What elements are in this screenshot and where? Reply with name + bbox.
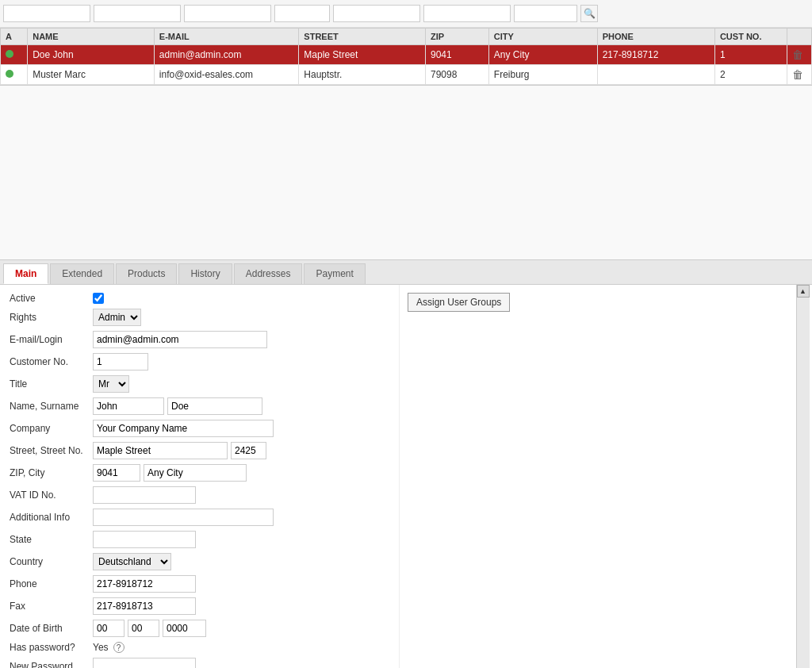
phone-row: Phone — [10, 575, 389, 593]
form-area: Active Rights Admin User E-mail/Login Cu… — [0, 285, 812, 668]
table-row[interactable]: Muster Marc info@oxid-esales.com Hauptst… — [1, 65, 812, 85]
tab-payment[interactable]: Payment — [304, 263, 365, 284]
col-header-phone[interactable]: PHONE — [597, 29, 714, 45]
delete-icon[interactable]: 🗑 — [792, 48, 803, 61]
cell-active — [1, 45, 28, 65]
new-password-label: New Password — [10, 661, 93, 668]
filter-street[interactable] — [184, 5, 271, 22]
scrollbar[interactable]: ▲ ▼ — [796, 285, 809, 668]
state-row: State — [10, 531, 389, 548]
email-row: E-mail/Login — [10, 331, 389, 348]
tab-extended[interactable]: Extended — [50, 263, 114, 284]
col-header-email[interactable]: E-MAIL — [154, 29, 298, 45]
filter-email[interactable] — [94, 5, 181, 22]
dob-year-input[interactable] — [163, 620, 206, 637]
filter-city[interactable] — [333, 5, 420, 22]
email-input[interactable] — [93, 331, 267, 348]
help-icon[interactable]: ? — [113, 642, 124, 653]
col-header-name[interactable]: NAME — [28, 29, 155, 45]
search-button[interactable]: 🔍 — [580, 5, 598, 22]
scroll-track — [797, 298, 810, 668]
rights-select[interactable]: Admin User — [93, 309, 141, 326]
company-input[interactable] — [93, 420, 274, 437]
scroll-up-button[interactable]: ▲ — [797, 285, 810, 298]
cell-custno: 1 — [714, 45, 787, 65]
title-label: Title — [10, 378, 93, 390]
filter-zip[interactable] — [274, 5, 330, 22]
customer-no-input[interactable] — [93, 353, 148, 370]
col-header-zip[interactable]: ZIP — [425, 29, 488, 45]
tab-bar: Main Extended Products History Addresses… — [0, 260, 812, 285]
filter-row: 🔍 — [0, 0, 812, 28]
dob-day-input[interactable] — [93, 620, 124, 637]
active-label: Active — [10, 293, 93, 304]
name-surname-row: Name, Surname — [10, 397, 389, 415]
city-input[interactable] — [144, 464, 247, 482]
company-label: Company — [10, 423, 93, 434]
new-password-row: New Password — [10, 658, 389, 668]
street-input[interactable] — [93, 442, 228, 459]
cell-street: Hauptstr. — [299, 65, 426, 85]
tab-products[interactable]: Products — [116, 263, 177, 284]
title-row: Title Mr Mrs Ms — [10, 375, 389, 393]
vat-id-input[interactable] — [93, 486, 196, 504]
col-header-city[interactable]: CITY — [488, 29, 597, 45]
cell-name: Muster Marc — [28, 65, 155, 85]
state-input[interactable] — [93, 531, 196, 548]
cell-email: admin@admin.com — [154, 45, 298, 65]
filter-custno[interactable] — [514, 5, 577, 22]
tab-history[interactable]: History — [178, 263, 232, 284]
customer-no-label: Customer No. — [10, 356, 93, 367]
cell-email: info@oxid-esales.com — [154, 65, 298, 85]
country-row: Country Deutschland Austria Switzerland … — [10, 553, 389, 570]
title-select[interactable]: Mr Mrs Ms — [93, 375, 129, 393]
tab-addresses[interactable]: Addresses — [234, 263, 303, 284]
phone-label: Phone — [10, 578, 93, 589]
phone-input[interactable] — [93, 575, 196, 593]
active-checkbox[interactable] — [93, 293, 104, 304]
active-icon — [6, 70, 13, 78]
fax-label: Fax — [10, 601, 93, 612]
new-password-input[interactable] — [93, 658, 196, 668]
has-password-value: Yes — [93, 642, 109, 653]
active-row: Active — [10, 293, 389, 304]
col-header-actions — [787, 29, 812, 45]
cell-name: Doe John — [28, 45, 155, 65]
rights-row: Rights Admin User — [10, 309, 389, 326]
street-no-input[interactable] — [231, 442, 266, 459]
zip-city-label: ZIP, City — [10, 467, 93, 478]
col-header-street[interactable]: STREET — [299, 29, 426, 45]
form-left: Active Rights Admin User E-mail/Login Cu… — [0, 285, 400, 668]
content-spacer — [0, 86, 812, 260]
cell-delete[interactable]: 🗑 — [787, 65, 812, 85]
has-password-label: Has password? — [10, 642, 93, 653]
delete-icon[interactable]: 🗑 — [792, 68, 803, 81]
cell-delete[interactable]: 🗑 — [787, 45, 812, 65]
street-row: Street, Street No. — [10, 442, 389, 459]
last-name-input[interactable] — [167, 397, 262, 415]
street-label: Street, Street No. — [10, 445, 93, 456]
tab-main[interactable]: Main — [3, 263, 48, 284]
fax-row: Fax — [10, 597, 389, 615]
vat-id-row: VAT ID No. — [10, 486, 389, 504]
dob-month-input[interactable] — [128, 620, 159, 637]
filter-name[interactable] — [3, 5, 90, 22]
cell-zip: 9041 — [425, 45, 488, 65]
fax-input[interactable] — [93, 597, 196, 615]
filter-phone[interactable] — [423, 5, 511, 22]
cell-phone — [597, 65, 714, 85]
cell-city: Any City — [488, 45, 597, 65]
cell-zip: 79098 — [425, 65, 488, 85]
cell-city: Freiburg — [488, 65, 597, 85]
assign-user-groups-button[interactable]: Assign User Groups — [408, 293, 510, 312]
first-name-input[interactable] — [93, 397, 164, 415]
email-label: E-mail/Login — [10, 334, 93, 345]
additional-info-input[interactable] — [93, 509, 274, 526]
form-right: Assign User Groups — [400, 285, 796, 668]
active-icon — [6, 50, 13, 58]
country-select[interactable]: Deutschland Austria Switzerland United S… — [93, 553, 171, 570]
table-row[interactable]: Doe John admin@admin.com Maple Street 90… — [1, 45, 812, 65]
customer-no-row: Customer No. — [10, 353, 389, 370]
col-header-custno[interactable]: CUST NO. — [714, 29, 787, 45]
zip-input[interactable] — [93, 464, 140, 482]
